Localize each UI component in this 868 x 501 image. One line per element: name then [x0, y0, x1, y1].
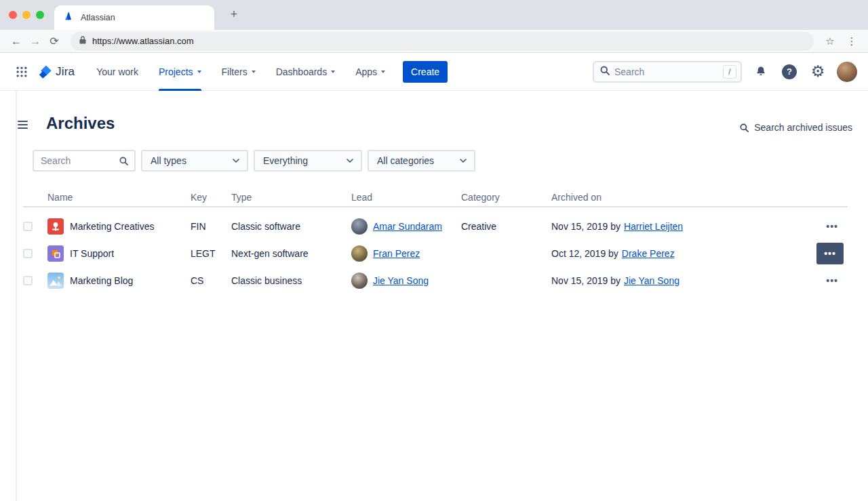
- global-search-input[interactable]: [614, 66, 719, 77]
- refresh-icon[interactable]: ⟳: [45, 32, 64, 51]
- lead-avatar: [351, 273, 368, 289]
- nav-item-filters[interactable]: Filters: [222, 53, 256, 91]
- more-actions-button[interactable]: •••: [816, 243, 844, 264]
- browser-tab[interactable]: Atlassian: [54, 5, 214, 30]
- jira-logo-icon: [38, 64, 53, 80]
- scope-filter-value: Everything: [263, 155, 308, 166]
- project-type: Classic software: [231, 221, 351, 232]
- back-icon[interactable]: ←: [7, 32, 26, 51]
- types-filter-dropdown[interactable]: All types: [141, 150, 248, 172]
- nav-item-projects[interactable]: Projects: [159, 53, 201, 91]
- project-name[interactable]: Marketing Blog: [70, 275, 133, 286]
- chevron-down-icon: [331, 71, 335, 73]
- lead-link[interactable]: Fran Perez: [373, 248, 420, 259]
- help-question-glyph: ?: [782, 64, 797, 79]
- header-type: Type: [231, 192, 351, 203]
- table-header-row: Name Key Type Lead Category Archived on: [23, 188, 848, 207]
- more-actions-button[interactable]: •••: [821, 216, 844, 237]
- global-search[interactable]: /: [593, 61, 742, 83]
- lead-link[interactable]: Jie Yan Song: [373, 275, 429, 286]
- chevron-down-icon: [231, 155, 241, 166]
- filter-bar: All types Everything All categories: [33, 150, 475, 172]
- collapsed-sidebar: [0, 91, 17, 501]
- header-name: Name: [47, 192, 191, 203]
- bookmark-star-icon[interactable]: ☆: [821, 32, 840, 51]
- table-row: IT Support LEGT Next-gen software Fran P…: [23, 240, 848, 267]
- table-row: Marketing Creatives FIN Classic software…: [23, 213, 848, 240]
- nav-item-apps[interactable]: Apps: [355, 53, 385, 91]
- types-filter-value: All types: [151, 155, 186, 166]
- help-icon[interactable]: ?: [780, 62, 799, 81]
- project-type: Next-gen software: [231, 248, 351, 259]
- archived-date: Nov 15, 2019 by: [551, 221, 620, 232]
- chevron-down-icon: [458, 155, 469, 166]
- project-name[interactable]: Marketing Creatives: [70, 221, 155, 232]
- header-category: Category: [461, 192, 551, 203]
- filter-search-input[interactable]: [41, 155, 115, 166]
- url-text: https://www.atlassian.com: [92, 36, 194, 46]
- row-checkbox[interactable]: [23, 276, 33, 285]
- atlassian-favicon-icon: [64, 11, 75, 24]
- jira-logo[interactable]: Jira: [38, 64, 75, 80]
- page-title: Archives: [46, 114, 115, 133]
- lock-icon: [79, 35, 87, 47]
- table-body: Marketing Creatives FIN Classic software…: [23, 207, 848, 294]
- zoom-window-button[interactable]: [36, 11, 44, 19]
- archived-by-link[interactable]: Jie Yan Song: [624, 275, 679, 286]
- row-checkbox[interactable]: [23, 249, 33, 258]
- categories-filter-dropdown[interactable]: All categories: [368, 150, 475, 172]
- row-checkbox[interactable]: [23, 222, 33, 231]
- header-key: Key: [191, 192, 231, 203]
- project-name[interactable]: IT Support: [70, 248, 114, 259]
- archived-by-link[interactable]: Harriet Leijten: [624, 221, 683, 232]
- more-actions-button[interactable]: •••: [821, 270, 844, 292]
- close-window-button[interactable]: [9, 11, 17, 19]
- archives-page: Archives Search archived issues All type…: [0, 91, 868, 501]
- table-row: Marketing Blog CS Classic business Jie Y…: [23, 267, 848, 294]
- tab-title: Atlassian: [81, 13, 115, 22]
- nav-item-label: Your work: [96, 66, 138, 77]
- header-lead: Lead: [351, 192, 461, 203]
- chevron-down-icon: [197, 71, 201, 73]
- project-avatar-icon: [47, 273, 64, 289]
- sidebar-expand-icon[interactable]: [18, 119, 28, 131]
- filter-search-box[interactable]: [33, 150, 136, 172]
- project-avatar-icon: [47, 245, 64, 262]
- window-controls: [9, 11, 44, 19]
- browser-menu-icon[interactable]: ⋮: [842, 32, 861, 51]
- search-icon: [119, 156, 129, 166]
- toolbar-right: ☆ ⋮: [821, 32, 861, 51]
- lead-avatar: [351, 245, 368, 262]
- address-bar[interactable]: https://www.atlassian.com: [71, 32, 814, 51]
- archived-projects-table: Name Key Type Lead Category Archived on: [23, 188, 848, 294]
- search-archived-issues-link[interactable]: Search archived issues: [739, 122, 852, 133]
- project-category: Creative: [461, 221, 551, 232]
- search-icon: [739, 123, 749, 133]
- search-icon: [599, 65, 610, 79]
- project-avatar-icon: [47, 218, 64, 235]
- minimize-window-button[interactable]: [22, 11, 31, 19]
- jira-nav-items: Your work Projects Filters Dashboards Ap…: [96, 53, 385, 91]
- notifications-bell-icon[interactable]: [751, 62, 770, 81]
- browser-toolbar: ← → ⟳ https://www.atlassian.com ☆ ⋮: [0, 30, 868, 53]
- jira-navbar: Jira Your work Projects Filters Dashboar…: [0, 53, 868, 91]
- nav-item-label: Dashboards: [276, 66, 328, 77]
- forward-icon[interactable]: →: [26, 32, 45, 51]
- chevron-down-icon: [252, 71, 256, 73]
- nav-item-label: Projects: [159, 66, 193, 77]
- chevron-down-icon: [344, 155, 355, 166]
- nav-item-dashboards[interactable]: Dashboards: [276, 53, 336, 91]
- nav-item-your-work[interactable]: Your work: [96, 53, 138, 91]
- scope-filter-dropdown[interactable]: Everything: [254, 150, 362, 172]
- user-avatar[interactable]: [837, 62, 857, 82]
- nav-item-label: Apps: [355, 66, 377, 77]
- project-type: Classic business: [231, 275, 351, 286]
- app-switcher-icon[interactable]: [11, 61, 33, 83]
- create-button[interactable]: Create: [403, 61, 448, 83]
- archived-date: Nov 15, 2019 by: [551, 275, 620, 286]
- lead-link[interactable]: Amar Sundaram: [373, 221, 442, 232]
- jira-logo-text: Jira: [56, 65, 75, 79]
- settings-gear-icon[interactable]: ⚙: [808, 62, 827, 81]
- archived-by-link[interactable]: Drake Perez: [622, 248, 675, 259]
- new-tab-button[interactable]: +: [225, 6, 243, 24]
